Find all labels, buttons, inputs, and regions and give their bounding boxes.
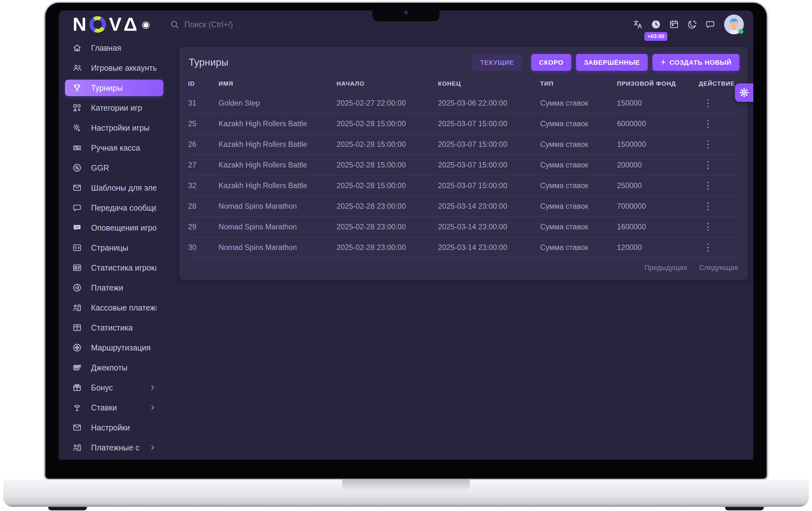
cell-name: Kazakh High Rollers Battle <box>219 175 337 196</box>
cell-end: 2025-03-07 15:00:00 <box>438 155 540 175</box>
row-menu-button[interactable]: ⋮ <box>699 97 717 109</box>
sidebar-item-jackpots[interactable]: Джекпоты <box>65 359 163 376</box>
users-icon <box>72 63 82 73</box>
cell-type: Сумма ставок <box>540 217 617 237</box>
row-menu-button[interactable]: ⋮ <box>699 118 717 130</box>
sidebar-item-label: Платежные сист... <box>91 443 140 452</box>
moon-icon[interactable] <box>687 19 697 30</box>
chat-icon[interactable] <box>705 19 716 30</box>
ticket-percent-icon <box>72 143 82 153</box>
search-input[interactable] <box>184 20 321 29</box>
sidebar-item-label: Статистика игрока <box>91 263 156 273</box>
translate-icon[interactable] <box>633 19 643 30</box>
sidebar-item-manual-cash[interactable]: Ручная касса <box>65 140 163 156</box>
column-header: ПРИЗОВОЙ ФОНД <box>617 77 699 93</box>
logo-letter: V <box>109 15 122 34</box>
sidebar-item-settings[interactable]: Настройки <box>65 419 163 436</box>
search-bar[interactable] <box>170 20 321 29</box>
sidebar-item-messaging[interactable]: Передача сообщен... <box>65 200 163 216</box>
cell-prize: 1500000 <box>617 134 699 155</box>
card-actions: ТЕКУЩИЕСКОРОЗАВЕРШЁННЫЕ+СОЗДАТЬ НОВЫЙ <box>472 54 740 71</box>
timezone-badge: +03:00 <box>644 32 667 41</box>
cell-end: 2025-03-14 23:00:00 <box>438 217 540 237</box>
sidebar-item-tournaments[interactable]: Турниры <box>65 80 163 96</box>
cell-end: 2025-03-14 23:00:00 <box>438 196 540 217</box>
cashier-icon <box>72 303 82 313</box>
sidebar-item-label: Шаблоны для элек... <box>91 183 156 193</box>
sidebar-item-routing[interactable]: Маршрутизация <box>65 339 163 356</box>
pagination-next[interactable]: Следующая <box>699 263 738 272</box>
calendar-icon[interactable] <box>669 19 679 30</box>
cell-type: Сумма ставок <box>540 175 617 196</box>
cell-end: 2025-03-07 15:00:00 <box>438 134 540 155</box>
chat-dots-icon <box>72 223 82 233</box>
row-menu-button[interactable]: ⋮ <box>699 200 717 212</box>
cell-end: 2025-03-14 23:00:00 <box>438 237 540 258</box>
filter-finished[interactable]: ЗАВЕРШЁННЫЕ <box>576 54 648 71</box>
table-row: 31Golden Step2025-02-27 22:00:002025-03-… <box>188 93 739 114</box>
cell-action: ⋮ <box>699 217 739 237</box>
cell-action: ⋮ <box>699 237 739 258</box>
table-row: 30Nomad Spins Marathon2025-02-28 23:00:0… <box>188 237 739 258</box>
clock-icon[interactable]: +03:00 <box>650 19 661 30</box>
cell-id: 31 <box>188 93 219 114</box>
cell-id: 28 <box>188 196 219 217</box>
column-header: ID <box>188 77 219 93</box>
sidebar-item-player-alerts[interactable]: Оповещения игрок... <box>65 220 163 236</box>
sidebar-item-email-templates[interactable]: Шаблоны для элек... <box>65 179 163 196</box>
filter-soon[interactable]: СКОРО <box>531 54 572 71</box>
table-row: 29Nomad Spins Marathon2025-02-28 23:00:0… <box>188 217 739 237</box>
cell-end: 2025-03-07 15:00:00 <box>438 114 540 134</box>
cell-name: Nomad Spins Marathon <box>219 237 337 258</box>
row-menu-button[interactable]: ⋮ <box>699 221 717 233</box>
row-menu-button[interactable]: ⋮ <box>699 159 717 171</box>
sidebar-item-bonus[interactable]: Бонус <box>65 379 163 396</box>
id-card-icon <box>72 263 82 273</box>
cell-start: 2025-02-27 22:00:00 <box>337 93 438 114</box>
slot-machine-icon <box>72 363 82 373</box>
sidebar-item-label: Джекпоты <box>91 363 127 372</box>
sidebar-item-payment-systems[interactable]: Платежные сист... <box>65 439 163 456</box>
laptop-lid-notch <box>342 480 470 493</box>
sidebar-item-game-settings[interactable]: Настройки игры <box>65 120 163 136</box>
customizer-button[interactable] <box>735 83 753 102</box>
sidebar-item-cash-payments[interactable]: Кассовые платежи <box>65 300 163 316</box>
sidebar-item-bets[interactable]: Ставки <box>65 399 163 416</box>
column-header: ДЕЙСТВИЕ <box>699 77 739 93</box>
cell-name: Golden Step <box>219 93 337 114</box>
filter-current[interactable]: ТЕКУЩИЕ <box>472 54 522 71</box>
cell-action: ⋮ <box>699 134 739 155</box>
table-body: 31Golden Step2025-02-27 22:00:002025-03-… <box>188 93 739 258</box>
sidebar-item-ggr[interactable]: GGR <box>65 160 163 176</box>
sidebar-item-game-categories[interactable]: Категории игр <box>65 100 163 116</box>
home-icon <box>72 43 82 53</box>
cell-action: ⋮ <box>699 175 739 196</box>
row-menu-button[interactable]: ⋮ <box>699 179 717 192</box>
pagination-prev[interactable]: Предыдущая <box>644 263 687 272</box>
create-new-button[interactable]: +СОЗДАТЬ НОВЫЙ <box>652 54 740 71</box>
cell-type: Сумма ставок <box>540 196 617 217</box>
code-page-icon <box>72 243 82 253</box>
sidebar-item-statistics[interactable]: Статистика <box>65 319 163 336</box>
chevron-right-icon <box>149 444 156 451</box>
column-header: ТИП <box>540 77 617 93</box>
cell-start: 2025-02-28 23:00:00 <box>337 196 438 217</box>
cell-end: 2025-03-06 22:00:00 <box>438 93 540 114</box>
cell-end: 2025-03-07 15:00:00 <box>438 175 540 196</box>
cell-action: ⋮ <box>699 155 739 175</box>
cell-name: Kazakh High Rollers Battle <box>219 155 337 175</box>
sidebar-item-player-stats[interactable]: Статистика игрока <box>65 259 163 276</box>
online-status-dot <box>739 29 744 34</box>
sidebar-item-home[interactable]: Главная <box>65 40 163 56</box>
table-row: 27Kazakh High Rollers Battle2025-02-28 1… <box>188 155 739 175</box>
webcam-icon <box>403 10 409 15</box>
stage: N V Δ ◉ +03:00 ГлавнаяИгровые аккаунтыТу… <box>0 0 812 511</box>
sidebar-item-game-accounts[interactable]: Игровые аккаунты <box>65 60 163 76</box>
cell-start: 2025-02-28 23:00:00 <box>337 237 438 258</box>
row-menu-button[interactable]: ⋮ <box>699 242 717 253</box>
user-avatar[interactable] <box>724 15 744 34</box>
sidebar-item-payments[interactable]: Платежи <box>65 280 163 296</box>
row-menu-button[interactable]: ⋮ <box>699 138 717 150</box>
grid-table-icon <box>72 322 82 333</box>
sidebar-item-pages[interactable]: Страницы <box>65 239 163 256</box>
